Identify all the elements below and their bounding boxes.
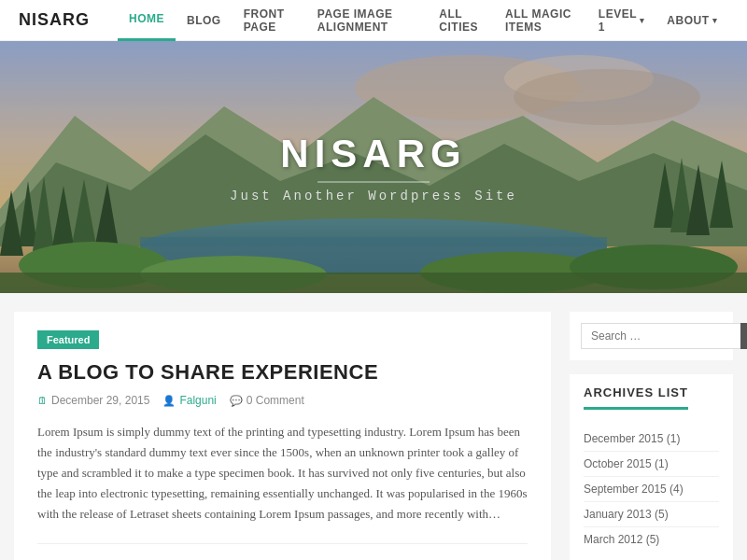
site-logo: NISARG bbox=[19, 10, 90, 30]
nav-item-level-1[interactable]: LEVEL 1 ▾ bbox=[587, 0, 655, 41]
search-widget: 🔍 bbox=[570, 312, 733, 360]
svg-point-3 bbox=[514, 69, 700, 125]
read-more-wrapper: READ MORE bbox=[37, 543, 528, 560]
article-meta: 🗓 December 29, 2015 👤 Falguni 💬 0 Commen… bbox=[37, 394, 528, 407]
list-item[interactable]: March 2012 (5) bbox=[584, 527, 719, 552]
hero-section: NISARG Just Another Wordpress Site bbox=[0, 41, 747, 293]
list-item[interactable]: October 2015 (1) bbox=[584, 452, 719, 477]
meta-date: 🗓 December 29, 2015 bbox=[37, 394, 149, 407]
svg-rect-22 bbox=[0, 273, 747, 293]
site-nav: HOMEBLOGFRONT PAGEPAGE IMAGE ALIGNMENTAL… bbox=[118, 0, 728, 40]
nav-item-page-image-alignment[interactable]: PAGE IMAGE ALIGNMENT bbox=[306, 0, 429, 41]
archives-title: ARCHIVES LIST bbox=[584, 385, 688, 410]
calendar-icon: 🗓 bbox=[37, 395, 48, 406]
nav-item-about[interactable]: ABOUT ▾ bbox=[655, 0, 728, 41]
article-content: Lorem Ipsum is simply dummy text of the … bbox=[37, 422, 528, 525]
nav-item-front-page[interactable]: FRONT PAGE bbox=[233, 0, 306, 41]
search-input[interactable] bbox=[581, 323, 740, 349]
nav-item-all-magic-items[interactable]: ALL MAGIC ITEMS bbox=[494, 0, 587, 41]
nav-item-home[interactable]: HOME bbox=[118, 0, 176, 41]
hero-divider bbox=[317, 182, 430, 183]
comment-icon: 💬 bbox=[230, 395, 243, 407]
main-wrapper: Featured A BLOG TO SHARE EXPERIENCE 🗓 De… bbox=[0, 293, 747, 560]
list-item[interactable]: September 2015 (4) bbox=[584, 477, 719, 502]
article-card: Featured A BLOG TO SHARE EXPERIENCE 🗓 De… bbox=[14, 312, 551, 560]
meta-comments: 💬 0 Comment bbox=[230, 394, 304, 407]
featured-badge: Featured bbox=[37, 330, 99, 349]
dropdown-arrow-icon: ▾ bbox=[712, 16, 718, 25]
archives-widget: ARCHIVES LIST December 2015 (1)October 2… bbox=[570, 374, 733, 560]
article-title: A BLOG TO SHARE EXPERIENCE bbox=[37, 360, 528, 385]
nav-item-all-cities[interactable]: ALL CITIES bbox=[428, 0, 494, 41]
hero-title: NISARG bbox=[230, 132, 517, 176]
dropdown-arrow-icon: ▾ bbox=[640, 16, 645, 25]
search-button[interactable]: 🔍 bbox=[740, 323, 747, 349]
list-item[interactable]: December 2015 (1) bbox=[584, 427, 719, 452]
hero-text: NISARG Just Another Wordpress Site bbox=[230, 132, 517, 203]
meta-author: 👤 Falguni bbox=[162, 394, 216, 407]
archives-list: December 2015 (1)October 2015 (1)Septemb… bbox=[584, 427, 719, 552]
primary-content: Featured A BLOG TO SHARE EXPERIENCE 🗓 De… bbox=[14, 312, 551, 560]
user-icon: 👤 bbox=[162, 395, 176, 407]
site-header: NISARG HOMEBLOGFRONT PAGEPAGE IMAGE ALIG… bbox=[0, 0, 747, 41]
list-item[interactable]: January 2013 (5) bbox=[584, 502, 719, 527]
sidebar: 🔍 ARCHIVES LIST December 2015 (1)October… bbox=[570, 312, 733, 560]
hero-subtitle: Just Another Wordpress Site bbox=[230, 189, 517, 203]
nav-item-blog[interactable]: BLOG bbox=[176, 0, 233, 41]
